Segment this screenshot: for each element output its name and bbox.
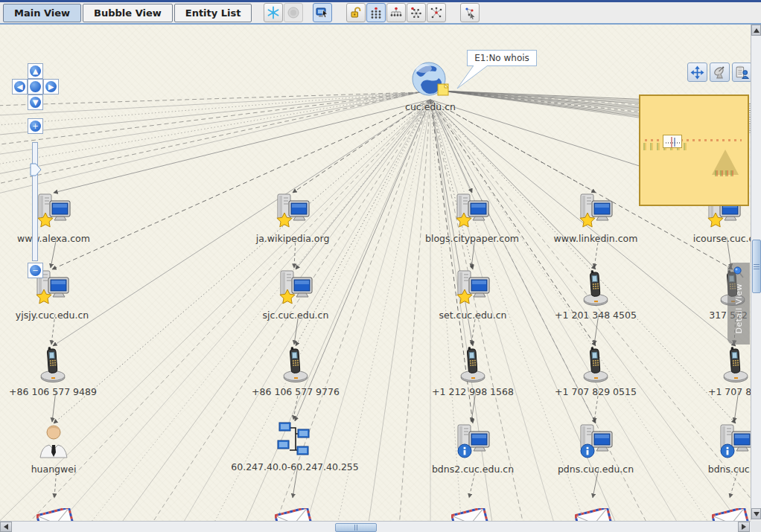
graph-canvas[interactable]: www.alexa.comja.wikipedia.orgblogs.cityp…: [0, 25, 751, 521]
zoom-in-button[interactable]: +: [28, 118, 43, 134]
minimap-viewport[interactable]: [663, 135, 682, 148]
node-label: www.alexa.com: [17, 233, 90, 244]
grid-dots-icon: [369, 6, 383, 19]
graph-node-dns[interactable]: bdns2.cuc.edu.cn: [421, 423, 525, 475]
graph-node-phone[interactable]: +1 707 829: [684, 346, 751, 397]
organic-layout-icon: [430, 6, 443, 19]
scroll-left-button[interactable]: [0, 522, 12, 532]
graph-node-email[interactable]: [242, 499, 346, 521]
interactive-organic-layout-button[interactable]: [460, 3, 480, 22]
record-icon: [287, 6, 300, 19]
tab-entity-list[interactable]: Entity List: [174, 4, 252, 22]
pushpin-icon[interactable]: [732, 266, 745, 279]
unlock-layout-button[interactable]: [346, 3, 366, 22]
dns-icon: [716, 423, 751, 462]
zoom-slider-thumb[interactable]: [30, 163, 42, 176]
snowflake-icon: [267, 6, 280, 19]
pan-up-button[interactable]: ▲: [28, 63, 43, 79]
graph-node-website[interactable]: www.linkedin.com: [544, 193, 648, 244]
graph-node-phone[interactable]: +86 106 577 9489: [1, 346, 105, 397]
freeze-layout-button[interactable]: [264, 3, 283, 22]
graph-node-phone[interactable]: +86 106 577 9776: [243, 346, 348, 397]
graph-node-netblock[interactable]: 60.247.40.0-60.247.40.255: [243, 421, 347, 472]
graph-node-website[interactable]: blogs.citypaper.com: [420, 193, 524, 244]
pan-down-button[interactable]: ▼: [28, 94, 43, 110]
horizontal-scroll-thumb[interactable]: [335, 523, 377, 532]
graph-node-website[interactable]: sjc.cuc.edu.cn: [243, 269, 348, 321]
organic-layout-button[interactable]: [427, 3, 446, 22]
arrow-left-icon: [4, 524, 8, 530]
scroll-down-button[interactable]: [751, 508, 761, 519]
vertical-scrollbar[interactable]: [751, 25, 761, 520]
graph-node-dns[interactable]: bdns.cuc.ec: [684, 423, 751, 475]
website-icon: [452, 193, 492, 231]
graph-node-email[interactable]: [542, 499, 646, 521]
graph-node-phone[interactable]: +1 201 348 4505: [544, 269, 648, 321]
pan-left-button[interactable]: ◀: [12, 79, 28, 94]
zoom-slider-track[interactable]: [32, 142, 38, 261]
graph-node-website[interactable]: www.alexa.com: [1, 193, 106, 244]
pan-tool-button[interactable]: [687, 63, 707, 82]
minimap-dots-2: [715, 170, 736, 176]
website-icon: [576, 193, 616, 231]
graph-node-dns[interactable]: pdns.cuc.edu.cn: [544, 423, 648, 475]
dns-icon: [576, 423, 616, 462]
website-icon: [453, 269, 493, 308]
node-label: +1 201 348 4505: [555, 310, 637, 321]
vertical-scroll-thumb[interactable]: [752, 240, 761, 293]
circular-layout-button[interactable]: [407, 3, 426, 22]
block-layout-button[interactable]: [366, 3, 386, 22]
graph-node-phone[interactable]: +1 707 829 0515: [544, 346, 648, 397]
phone-icon: [716, 346, 751, 385]
graph-node-person[interactable]: huangwei: [1, 423, 106, 475]
application-window: Main View Bubble View Entity List: [0, 0, 761, 532]
tree-layout-icon: [389, 6, 403, 19]
node-label: ja.wikipedia.org: [256, 233, 330, 244]
pan-center-button[interactable]: [28, 79, 43, 94]
record-button: [284, 3, 303, 22]
website-icon: [273, 193, 313, 231]
scroll-right-button[interactable]: [738, 522, 750, 532]
tab-main-view[interactable]: Main View: [3, 4, 81, 22]
node-label: set.cuc.edu.cn: [439, 310, 506, 321]
arrow-right-icon: [742, 524, 746, 530]
person-icon: [34, 423, 74, 462]
clipboard-person-icon: [735, 65, 749, 80]
pan-right-button[interactable]: ▶: [43, 79, 59, 94]
horizontal-scrollbar[interactable]: [0, 521, 751, 532]
detail-view-tab-label: Detail View: [734, 283, 744, 334]
netblock-icon: [275, 421, 315, 460]
email-icon: [451, 499, 490, 521]
detail-view-tab[interactable]: Detail View: [727, 263, 750, 344]
overview-minimap[interactable]: [639, 94, 749, 206]
arrow-up-icon: [754, 28, 760, 33]
email-icon: [275, 499, 313, 521]
scroll-up-button[interactable]: [751, 25, 761, 36]
interactive-mode-button[interactable]: [313, 3, 332, 22]
website-icon: [276, 269, 316, 308]
email-icon: [712, 499, 751, 521]
report-tool-button[interactable]: [732, 63, 751, 82]
graph-node-website[interactable]: yjsjy.cuc.edu.cn: [0, 269, 104, 321]
open-lock-icon: [349, 6, 363, 19]
satellite-dish-icon: [713, 65, 727, 80]
main-toolbar: Main View Bubble View Entity List: [0, 2, 761, 25]
annotation-tooltip: E1:No whois: [467, 50, 537, 66]
tab-bubble-view[interactable]: Bubble View: [83, 4, 173, 22]
minimap-graph-dots: [645, 139, 742, 141]
graph-node-email[interactable]: [4, 499, 108, 521]
graph-node-website[interactable]: ja.wikipedia.org: [241, 193, 345, 244]
satellite-tool-button[interactable]: [710, 63, 730, 82]
node-label: pdns.cuc.edu.cn: [558, 464, 634, 475]
node-label: bdns2.cuc.edu.cn: [432, 464, 514, 475]
graph-node-website[interactable]: set.cuc.edu.cn: [421, 269, 525, 321]
email-icon: [575, 499, 614, 521]
zoom-out-button[interactable]: −: [28, 263, 43, 278]
graph-node-email[interactable]: [418, 499, 523, 521]
phone-icon: [453, 346, 493, 385]
graph-node-phone[interactable]: +1 212 998 1568: [421, 346, 525, 397]
graph-node-email[interactable]: [679, 499, 751, 521]
node-label: +86 106 577 9489: [9, 386, 97, 397]
hierarchical-layout-button[interactable]: [386, 3, 406, 22]
node-label: huangwei: [31, 464, 77, 475]
